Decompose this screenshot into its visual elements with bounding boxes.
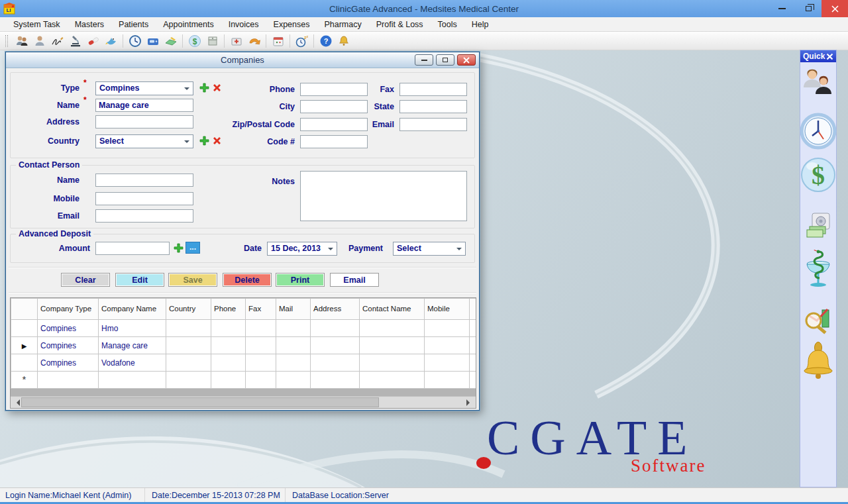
scroll-left-icon[interactable] — [13, 399, 20, 406]
scroll-right-icon[interactable] — [466, 399, 473, 406]
grid-header-mobile[interactable]: Mobile — [425, 299, 470, 320]
window-restore-button[interactable] — [795, 0, 822, 17]
clear-button[interactable]: Clear — [61, 273, 110, 287]
amount-input[interactable] — [95, 242, 170, 255]
scrollbar-thumb[interactable] — [21, 397, 379, 407]
contact-email-input[interactable] — [95, 209, 193, 223]
invoice-money-icon[interactable] — [162, 32, 179, 49]
medical-kit-icon[interactable] — [228, 32, 244, 49]
menu-system-task[interactable]: System Task — [6, 17, 68, 32]
status-database-location: DataBase Location:Server — [285, 488, 389, 503]
window-minimize-button[interactable] — [768, 0, 795, 17]
grid-row-manage-care[interactable]: ▶ Compines Manage care — [11, 337, 477, 354]
dialog-close-button[interactable] — [457, 54, 476, 66]
contact-mobile-input[interactable] — [95, 192, 193, 205]
contact-name-label: Name — [11, 174, 80, 187]
patient-icon[interactable] — [31, 32, 48, 49]
help-icon[interactable]: ? — [317, 32, 334, 49]
menu-appointments[interactable]: Appointments — [156, 17, 221, 32]
company-form-group: Type * Compines Name * Manage care Addre… — [10, 72, 475, 158]
advanced-deposit-title: Advanced Deposit — [16, 229, 93, 238]
type-required-marker: * — [83, 78, 87, 87]
menu-expenses[interactable]: Expenses — [266, 17, 317, 32]
grid-header-mail[interactable]: Mail — [276, 299, 311, 320]
menu-invoices[interactable]: Invoices — [221, 17, 266, 32]
grid-header-address[interactable]: Address — [311, 299, 360, 320]
background-logo-text: CGATE — [487, 413, 698, 462]
menu-tools[interactable]: Tools — [431, 17, 464, 32]
deposit-more-button[interactable]: ... — [186, 242, 200, 254]
clock-icon[interactable] — [127, 32, 143, 49]
grid-header-contact-name[interactable]: Contact Name — [360, 299, 425, 320]
email-input[interactable] — [399, 118, 467, 131]
grid-header-phone[interactable]: Phone — [211, 299, 246, 320]
grid-row-vodafone[interactable]: Compines Vodafone — [11, 354, 477, 372]
menu-bar: System Task Masters Patients Appointment… — [0, 17, 848, 32]
quick-payments-dollar-icon[interactable]: $ — [800, 156, 837, 193]
new-row-icon: * — [23, 374, 26, 385]
grid-horizontal-scrollbar[interactable] — [11, 396, 476, 408]
grid-new-row[interactable]: * — [11, 372, 477, 389]
calendar-box-icon[interactable] — [270, 32, 286, 49]
fax-input[interactable] — [399, 83, 467, 96]
grid-header-clipped[interactable] — [470, 299, 477, 320]
companies-dialog-title: Companies — [221, 55, 264, 65]
grid-header-company-type[interactable]: Company Type — [38, 299, 99, 320]
menu-help[interactable]: Help — [464, 17, 496, 32]
cell-company-type[interactable]: Compines — [38, 320, 99, 337]
undo-arrow-icon[interactable] — [246, 32, 262, 49]
microscope-icon[interactable] — [67, 32, 83, 49]
edit-button[interactable]: Edit — [115, 273, 164, 287]
patients-group-icon[interactable] — [13, 32, 30, 49]
menu-masters[interactable]: Masters — [68, 17, 111, 32]
grid-header-row: Company Type Company Name Country Phone … — [11, 299, 477, 320]
print-button[interactable]: Print — [276, 273, 325, 287]
dialog-maximize-button[interactable] — [436, 54, 454, 66]
quick-expenses-safe-icon[interactable] — [803, 212, 833, 241]
quick-patients-icon[interactable] — [801, 68, 835, 105]
contact-name-input[interactable] — [95, 174, 193, 187]
grid-header-country[interactable]: Country — [166, 299, 211, 320]
delete-button[interactable]: Delete — [223, 273, 272, 287]
bird-icon[interactable] — [103, 32, 119, 49]
dialog-minimize-button[interactable] — [415, 54, 433, 66]
snooze-clock-icon[interactable]: zz — [293, 32, 310, 49]
email-button[interactable]: Email — [330, 273, 379, 287]
quick-reports-search-icon[interactable] — [803, 301, 833, 335]
menu-pharmacy[interactable]: Pharmacy — [317, 17, 368, 32]
add-deposit-button[interactable] — [173, 242, 184, 253]
quick-sidebar-title: Quick — [803, 52, 825, 61]
cell-company-type[interactable]: Compines — [38, 354, 99, 372]
cell-company-type-selected[interactable]: Compines — [38, 337, 99, 354]
quick-sidebar-header: Quick — [800, 50, 836, 62]
date-combobox[interactable]: 15 Dec, 2013 — [267, 242, 337, 256]
save-button[interactable]: Save — [168, 273, 217, 287]
cell-company-name[interactable]: Hmo — [99, 320, 166, 337]
dollar-icon[interactable]: $ — [186, 32, 203, 49]
notes-textarea[interactable] — [300, 171, 467, 221]
code-input[interactable] — [300, 135, 368, 148]
grid-row-hmo[interactable]: Compines Hmo — [11, 320, 477, 337]
hand-bell-icon[interactable] — [335, 32, 352, 49]
grid-header-fax[interactable]: Fax — [246, 299, 276, 320]
quick-appointments-clock-icon[interactable] — [800, 113, 837, 150]
contact-email-label: Email — [11, 209, 80, 223]
cell-company-name[interactable]: Manage care — [99, 337, 166, 354]
menu-patients[interactable]: Patients — [111, 17, 156, 32]
quick-pharmacy-icon[interactable] — [803, 249, 833, 291]
package-box-icon[interactable] — [204, 32, 221, 49]
payment-combobox[interactable]: Select — [393, 242, 466, 256]
state-input[interactable] — [399, 100, 467, 113]
quick-reminder-bell-icon[interactable] — [802, 342, 835, 380]
menu-profit-loss[interactable]: Profit & Loss — [369, 17, 431, 32]
grid-header-company-name[interactable]: Company Name — [99, 299, 166, 320]
fax-machine-icon[interactable] — [144, 32, 161, 49]
quick-close-icon[interactable] — [826, 53, 833, 60]
window-close-button[interactable] — [822, 0, 848, 17]
cell-company-name[interactable]: Vodafone — [99, 354, 166, 372]
capsule-icon[interactable] — [85, 32, 101, 49]
country-label: Country — [11, 134, 80, 148]
status-date: Date:December 15-2013 07:28 PM — [144, 488, 280, 503]
svg-text:z: z — [306, 34, 308, 38]
prescription-signature-icon[interactable] — [49, 32, 66, 49]
